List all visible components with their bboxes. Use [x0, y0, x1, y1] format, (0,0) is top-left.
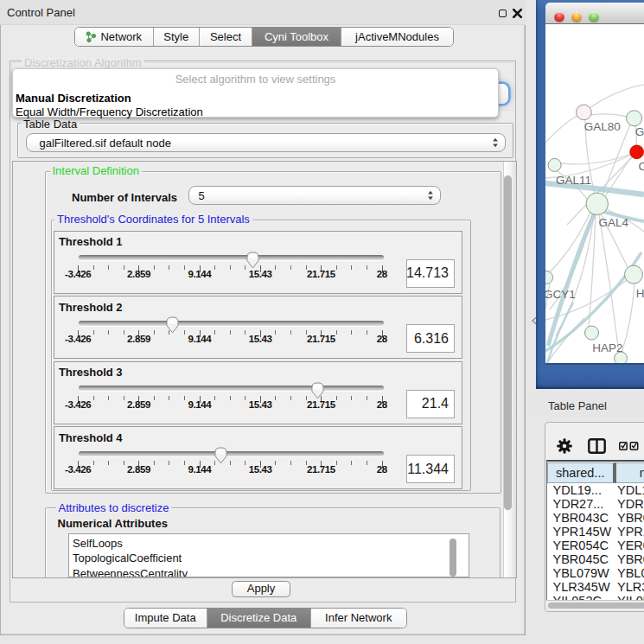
svg-text:HAP2: HAP2 — [592, 341, 622, 354]
svg-text:GCY1: GCY1 — [545, 288, 576, 301]
svg-text:GAL4: GAL4 — [599, 216, 629, 229]
svg-text:C: C — [639, 160, 644, 173]
svg-text:H: H — [636, 287, 644, 300]
svg-text:GAL80: GAL80 — [584, 120, 621, 133]
svg-text:GAL11: GAL11 — [556, 174, 591, 187]
svg-text:GA: GA — [635, 125, 644, 138]
